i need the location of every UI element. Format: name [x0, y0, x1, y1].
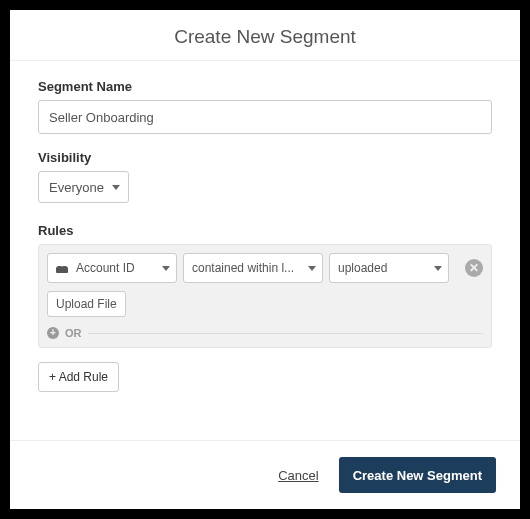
divider — [88, 333, 484, 334]
segment-name-input[interactable] — [38, 100, 492, 134]
visibility-label: Visibility — [38, 150, 492, 165]
upload-file-button[interactable]: Upload File — [47, 291, 126, 317]
chevron-down-icon — [162, 266, 170, 271]
people-icon — [56, 263, 70, 273]
rule-value-value: uploaded — [338, 261, 430, 275]
remove-rule-button[interactable]: ✕ — [465, 259, 483, 277]
rules-label: Rules — [38, 223, 492, 238]
create-segment-button[interactable]: Create New Segment — [339, 457, 496, 493]
modal-footer: Cancel Create New Segment — [10, 440, 520, 509]
segment-name-label: Segment Name — [38, 79, 492, 94]
plus-circle-icon: + — [47, 327, 59, 339]
rule-property-value: Account ID — [76, 261, 158, 275]
chevron-down-icon — [308, 266, 316, 271]
visibility-dropdown[interactable]: Everyone — [38, 171, 129, 203]
or-row[interactable]: + OR — [47, 327, 483, 339]
create-segment-modal: Create New Segment Segment Name Visibili… — [10, 10, 520, 509]
rule-operator-dropdown[interactable]: contained within l... — [183, 253, 323, 283]
cancel-button[interactable]: Cancel — [278, 468, 318, 483]
visibility-group: Visibility Everyone — [38, 150, 492, 203]
close-icon: ✕ — [469, 261, 479, 275]
chevron-down-icon — [112, 185, 120, 190]
rule-property-dropdown[interactable]: Account ID — [47, 253, 177, 283]
chevron-down-icon — [434, 266, 442, 271]
rule-value-dropdown[interactable]: uploaded — [329, 253, 449, 283]
rules-section: Rules Account ID contained within l... u… — [38, 223, 492, 392]
segment-name-group: Segment Name — [38, 79, 492, 134]
add-rule-button[interactable]: + Add Rule — [38, 362, 119, 392]
modal-header: Create New Segment — [10, 10, 520, 61]
rule-row: Account ID contained within l... uploade… — [47, 253, 483, 283]
rule-operator-value: contained within l... — [192, 261, 304, 275]
modal-body: Segment Name Visibility Everyone Rules A… — [10, 61, 520, 440]
modal-title: Create New Segment — [10, 26, 520, 48]
or-label: OR — [65, 327, 82, 339]
visibility-selected: Everyone — [49, 180, 104, 195]
rule-block: Account ID contained within l... uploade… — [38, 244, 492, 348]
